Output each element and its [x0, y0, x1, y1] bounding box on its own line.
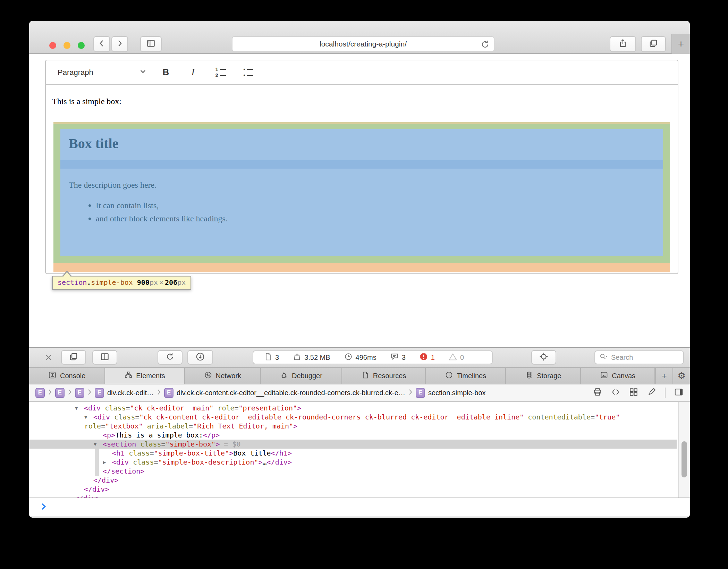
- breadcrumb-item[interactable]: Ediv.ck.ck-edit…: [95, 388, 154, 398]
- breadcrumb-item[interactable]: E: [35, 388, 45, 398]
- code-line[interactable]: ▼<div class="ck ck-editor__main" role="p…: [29, 404, 677, 413]
- tab-label: Debugger: [292, 372, 322, 380]
- tab-resources[interactable]: Resources: [342, 368, 426, 384]
- tab-elements[interactable]: Elements: [105, 368, 185, 384]
- resource-stats-bar[interactable]: 3 3.52 MB 496ms 3: [253, 350, 493, 364]
- tab-label: Network: [216, 372, 241, 380]
- breadcrumb: EEEEdiv.ck.ck-edit…Ediv.ck.ck-content.ck…: [29, 384, 690, 402]
- error-octagon-icon: [420, 353, 428, 363]
- code-line[interactable]: role="textbox" aria-label="Rich Text Edi…: [29, 422, 677, 431]
- inspector-reload-button[interactable]: [158, 350, 183, 365]
- new-tab-button[interactable]: +: [671, 34, 690, 54]
- dock-side-button[interactable]: [92, 350, 117, 365]
- prompt-chevron-icon: [41, 502, 47, 512]
- traffic-light-minimize[interactable]: [64, 42, 70, 49]
- numbered-list-button[interactable]: 1 2: [212, 65, 228, 80]
- element-badge: E: [55, 388, 65, 398]
- tab-storage[interactable]: Storage: [506, 368, 581, 384]
- paint-flashing-button[interactable]: [647, 387, 657, 399]
- code-line[interactable]: <p>This is a simple box:</p>: [29, 431, 677, 440]
- disclosure-open-icon[interactable]: ▼: [94, 440, 103, 449]
- disclosure-closed-icon[interactable]: ▶: [103, 458, 112, 467]
- sidebar-toggle-button[interactable]: [140, 36, 162, 52]
- disclosure-open-icon[interactable]: ▼: [75, 404, 84, 413]
- chevron-right-icon: [408, 389, 413, 397]
- search-input[interactable]: Search: [594, 350, 684, 364]
- chevron-right-icon: [157, 389, 161, 397]
- code-line[interactable]: ▶<div class="simple-box-description">…</…: [29, 458, 677, 467]
- sidebar-icon: [146, 39, 156, 50]
- scrollbar-thumb[interactable]: [682, 441, 687, 477]
- italic-button[interactable]: I: [185, 65, 201, 80]
- element-picker-button[interactable]: [531, 350, 556, 365]
- tab-label: Timelines: [457, 372, 486, 380]
- back-button[interactable]: [93, 36, 110, 52]
- breadcrumb-item[interactable]: Esection.simple-box: [416, 388, 486, 398]
- console-messages-stat: 3: [390, 353, 406, 363]
- crosshair-icon: [539, 352, 549, 363]
- tab-label: Console: [60, 372, 85, 380]
- share-button[interactable]: [610, 36, 636, 52]
- traffic-light-zoom[interactable]: [78, 42, 85, 49]
- code-line[interactable]: </section>: [29, 467, 677, 476]
- settings-button[interactable]: ⚙: [672, 368, 690, 384]
- detach-inspector-button[interactable]: [61, 350, 86, 365]
- download-button[interactable]: [187, 350, 213, 365]
- close-inspector-button[interactable]: [44, 353, 53, 362]
- breadcrumb-label: section.simple-box: [428, 389, 486, 397]
- grid-overlay-button[interactable]: [629, 387, 638, 399]
- reload-icon: [165, 352, 175, 363]
- print-button[interactable]: [593, 387, 602, 399]
- code-line[interactable]: </div>: [29, 485, 677, 494]
- tab-network[interactable]: Network: [185, 368, 261, 384]
- box-description-list: It can contain lists, and other block el…: [69, 199, 663, 225]
- tab-canvas[interactable]: Canvas: [581, 368, 655, 384]
- scrollbar-track[interactable]: [678, 402, 690, 498]
- code-line[interactable]: </div>: [29, 476, 677, 485]
- canvas-icon: [600, 371, 608, 381]
- tab-console[interactable]: Console: [29, 368, 105, 384]
- tooltip-width: 900: [137, 278, 150, 287]
- breadcrumb-item[interactable]: E: [55, 388, 65, 398]
- rich-text-editor: Paragraph B I 1 2 • •: [45, 60, 678, 274]
- url-field[interactable]: localhost/creating-a-plugin/: [232, 36, 494, 52]
- tooltip-width-unit: px: [150, 278, 158, 287]
- add-tab-button[interactable]: +: [655, 368, 672, 384]
- dom-tree: ▼<div class="ck ck-editor__main" role="p…: [29, 402, 690, 498]
- element-badge: E: [95, 388, 104, 398]
- toolbar-divider: [665, 388, 666, 398]
- forward-icon: [117, 39, 123, 49]
- code-line[interactable]: <h1 class="simple-box-title">Box title</…: [29, 449, 677, 458]
- editable-area[interactable]: This is a simple box: Box title The desc…: [46, 85, 678, 273]
- resources-icon: [361, 371, 370, 381]
- warnings-stat: 0: [449, 353, 464, 363]
- storage-icon: [525, 371, 533, 381]
- reload-icon[interactable]: [480, 39, 490, 51]
- breadcrumb-item[interactable]: E: [75, 388, 84, 398]
- breadcrumb-item[interactable]: Ediv.ck.ck-content.ck-editor__editable.c…: [164, 388, 405, 398]
- box-description-text: The description goes here.: [69, 180, 663, 190]
- bulleted-list-button[interactable]: • •: [239, 65, 255, 80]
- code-line[interactable]: ▼<div class="ck ck-content ck-editor__ed…: [29, 413, 677, 422]
- tabs-icon: [649, 39, 658, 50]
- plus-icon: +: [678, 38, 684, 50]
- search-placeholder: Search: [611, 354, 633, 362]
- tab-debugger[interactable]: Debugger: [261, 368, 342, 384]
- traffic-light-close[interactable]: [49, 42, 56, 49]
- documents-stat: 3: [264, 353, 279, 363]
- code-line-selected[interactable]: ▼<section class="simple-box"> = $0: [29, 440, 677, 449]
- show-source-button[interactable]: [611, 387, 620, 399]
- url-text: localhost/creating-a-plugin/: [320, 40, 407, 48]
- console-prompt[interactable]: [29, 498, 690, 516]
- heading-dropdown[interactable]: Paragraph: [58, 68, 146, 77]
- disclosure-open-icon[interactable]: ▼: [84, 413, 93, 422]
- element-badge: E: [164, 388, 173, 398]
- details-sidebar-toggle[interactable]: [674, 387, 684, 399]
- tooltip-times: ×: [159, 278, 163, 287]
- page-content: Paragraph B I 1 2 • •: [29, 54, 690, 347]
- code-line[interactable]: </div>: [29, 494, 677, 498]
- bold-button[interactable]: B: [158, 65, 173, 80]
- forward-button[interactable]: [111, 36, 128, 52]
- tab-timelines[interactable]: Timelines: [426, 368, 506, 384]
- tab-overview-button[interactable]: [641, 36, 666, 52]
